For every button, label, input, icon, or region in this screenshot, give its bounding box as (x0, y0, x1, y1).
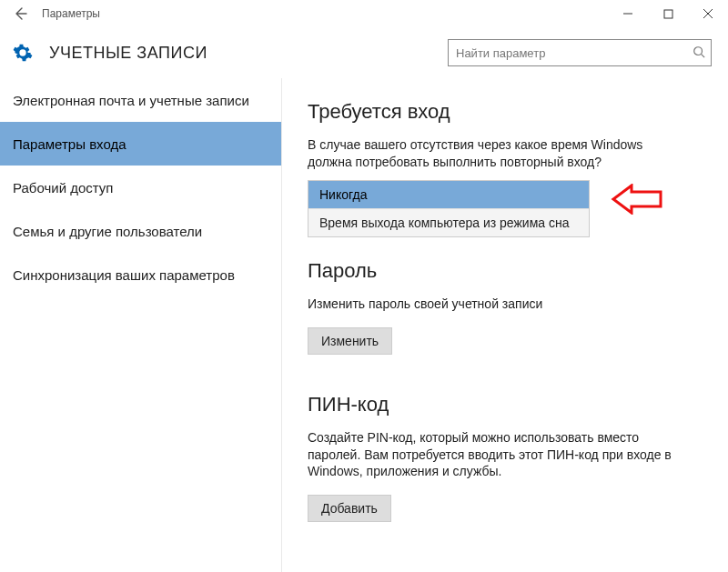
close-icon (703, 8, 713, 19)
svg-rect-1 (664, 10, 672, 18)
button-label: Изменить (321, 334, 379, 348)
dropdown-option-never[interactable]: Никогда (308, 181, 589, 208)
content: Требуется вход В случае вашего отсутстви… (282, 78, 728, 572)
pin-heading: ПИН-код (308, 393, 710, 416)
sidebar-item-label: Рабочий доступ (13, 180, 113, 196)
page-title: УЧЕТНЫЕ ЗАПИСИ (49, 44, 207, 63)
maximize-button[interactable] (648, 0, 688, 27)
dropdown-option-on-wake[interactable]: Время выхода компьютера из режима сна (308, 208, 589, 236)
option-label: Время выхода компьютера из режима сна (319, 216, 569, 230)
search-input[interactable]: Найти параметр (448, 39, 712, 66)
search-placeholder: Найти параметр (456, 46, 693, 60)
password-heading: Пароль (308, 259, 710, 283)
page-header: УЧЕТНЫЕ ЗАПИСИ Найти параметр (0, 27, 728, 78)
pin-desc: Создайте PIN-код, который можно использо… (308, 429, 690, 481)
window-title: Параметры (42, 7, 100, 20)
gear-icon (13, 43, 33, 63)
button-label: Добавить (321, 501, 378, 516)
change-password-button[interactable]: Изменить (308, 327, 392, 355)
signin-desc: В случае вашего отсутствия через какое в… (308, 136, 690, 171)
settings-gear-icon (11, 41, 35, 65)
close-button[interactable] (688, 0, 728, 27)
sidebar-item-label: Электронная почта и учетные записи (13, 93, 249, 108)
arrow-left-icon (13, 6, 27, 21)
signin-require-dropdown[interactable]: Никогда Время выхода компьютера из режим… (308, 180, 590, 237)
sidebar: Электронная почта и учетные записи Парам… (0, 78, 282, 572)
sidebar-item-label: Параметры входа (13, 136, 126, 152)
svg-line-3 (702, 54, 705, 57)
sidebar-item-email-accounts[interactable]: Электронная почта и учетные записи (0, 78, 282, 122)
back-button[interactable] (7, 1, 33, 26)
maximize-icon (663, 9, 673, 19)
signin-heading: Требуется вход (308, 100, 710, 124)
sidebar-item-signin-options[interactable]: Параметры входа (0, 122, 282, 166)
password-desc: Изменить пароль своей учетной записи (308, 296, 690, 313)
search-icon (693, 45, 705, 61)
minimize-button[interactable] (608, 0, 648, 27)
sidebar-item-sync[interactable]: Синхронизация ваших параметров (0, 253, 282, 296)
minimize-icon (622, 8, 633, 19)
sidebar-item-label: Синхронизация ваших параметров (13, 267, 235, 283)
titlebar: Параметры (0, 0, 728, 27)
sidebar-item-label: Семья и другие пользователи (13, 224, 202, 239)
add-pin-button[interactable]: Добавить (308, 495, 391, 522)
sidebar-item-work-access[interactable]: Рабочий доступ (0, 166, 282, 209)
body: Электронная почта и учетные записи Парам… (0, 78, 728, 572)
sidebar-item-family[interactable]: Семья и другие пользователи (0, 209, 282, 253)
option-label: Никогда (319, 187, 367, 202)
svg-point-2 (694, 46, 703, 55)
